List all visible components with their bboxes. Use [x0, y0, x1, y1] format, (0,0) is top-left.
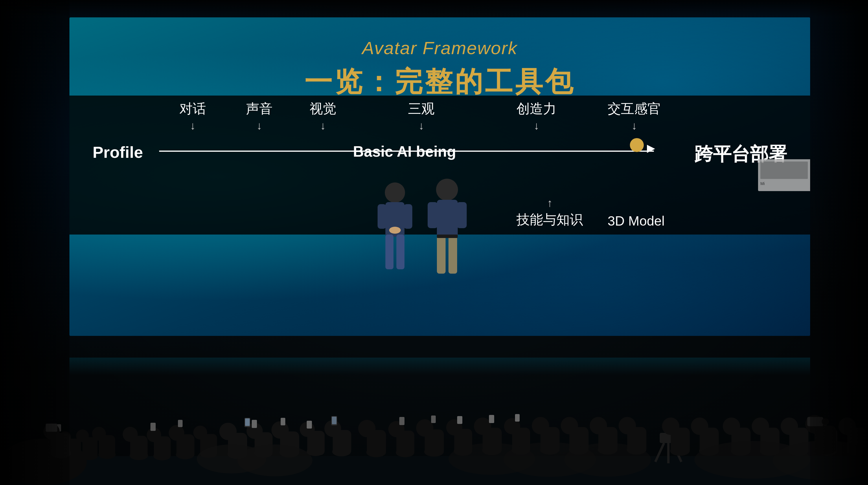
svg-rect-62 [252, 420, 257, 428]
svg-rect-12 [448, 236, 457, 274]
svg-rect-133 [332, 417, 337, 424]
svg-rect-3 [404, 204, 412, 229]
svg-point-79 [474, 418, 491, 435]
svg-rect-64 [307, 421, 312, 429]
slide-title-area: Avatar Framework 一览：完整的工具包 [69, 38, 810, 101]
corner-screen-text: Mi [761, 181, 808, 186]
svg-rect-100 [457, 416, 462, 424]
node-profile: Profile [93, 143, 143, 162]
svg-point-38 [193, 426, 207, 439]
svg-rect-138 [822, 419, 829, 425]
label-sanguan: 三观 ↓ [408, 100, 435, 131]
label-shijue: 视觉 ↓ [310, 100, 336, 131]
stage-speakers [373, 177, 483, 298]
svg-point-73 [416, 419, 433, 437]
flow-arrow-right [647, 145, 655, 153]
corner-screen: Mi [758, 159, 810, 191]
svg-point-29 [123, 427, 138, 442]
label-3dmodel-text: 3D Model [608, 213, 664, 229]
circle-marker [630, 138, 644, 152]
svg-point-35 [169, 425, 184, 441]
svg-rect-98 [399, 417, 404, 425]
svg-point-115 [723, 418, 740, 435]
svg-point-109 [662, 418, 679, 435]
svg-rect-9 [428, 202, 438, 228]
svg-point-91 [590, 417, 607, 434]
svg-point-25 [92, 427, 106, 441]
svg-point-55 [237, 445, 312, 476]
svg-point-88 [561, 417, 578, 434]
svg-rect-39 [151, 423, 156, 431]
label-shengyin-text: 声音 [246, 100, 273, 118]
svg-point-127 [838, 418, 856, 435]
arrow-up-jineng: ↑ [547, 198, 553, 208]
svg-rect-2 [378, 204, 386, 229]
svg-point-118 [752, 418, 769, 435]
svg-rect-5 [396, 234, 404, 269]
svg-rect-63 [281, 418, 285, 425]
svg-rect-4 [385, 234, 394, 269]
svg-rect-101 [489, 415, 494, 423]
svg-rect-11 [437, 236, 445, 274]
arrow-down-jiaohuganjue: ↓ [631, 120, 637, 131]
svg-rect-44 [46, 424, 57, 432]
label-shijue-text: 视觉 [310, 100, 336, 118]
svg-rect-137 [807, 417, 823, 426]
speaker-left-figure [378, 182, 412, 269]
svg-rect-99 [431, 416, 436, 423]
svg-point-121 [781, 418, 798, 435]
label-jiaohuganjue: 交互感官 ↓ [608, 100, 661, 131]
slide-title-english: Avatar Framework [69, 38, 810, 58]
arrow-down-chuangzaoli: ↓ [534, 120, 539, 131]
label-duihua-text: 对话 [179, 100, 206, 118]
svg-point-47 [219, 423, 237, 440]
svg-rect-131 [245, 419, 250, 426]
svg-rect-40 [178, 420, 183, 427]
label-duihua: 对话 ↓ [179, 100, 206, 131]
label-shengyin: 声音 ↓ [246, 100, 273, 131]
svg-point-97 [564, 443, 651, 477]
svg-point-6 [389, 227, 401, 234]
audience-middle-left [43, 420, 217, 460]
svg-point-22 [76, 429, 89, 442]
svg-rect-102 [515, 414, 520, 422]
arrow-down-sanguan: ↓ [418, 120, 424, 131]
svg-point-94 [619, 417, 636, 434]
svg-rect-8 [437, 200, 458, 237]
audience-silhouettes [0, 335, 868, 485]
svg-point-67 [358, 420, 376, 437]
top-dark-overlay [0, 0, 868, 18]
svg-point-53 [271, 421, 289, 439]
svg-point-85 [532, 417, 549, 434]
arrow-down-duihua: ↓ [190, 120, 195, 131]
label-chuangzaoli-text: 创造力 [517, 100, 556, 118]
label-3dmodel: 3D Model [608, 213, 664, 229]
svg-rect-13 [437, 234, 458, 238]
scene: Avatar Framework 一览：完整的工具包 对话 ↓ 声音 ↓ 视觉 … [0, 0, 868, 485]
slide-title-chinese: 一览：完整的工具包 [69, 63, 810, 101]
label-jiaohuganjue-text: 交互感官 [608, 100, 661, 118]
speaker-right-figure [428, 179, 467, 274]
svg-point-112 [691, 418, 708, 435]
label-chuangzaoli: 创造力 ↓ [517, 100, 556, 131]
node-basic-ai-being: Basic AI being [353, 143, 456, 160]
svg-rect-10 [457, 202, 467, 228]
svg-point-7 [436, 179, 458, 201]
arrow-down-shijue: ↓ [320, 120, 326, 131]
label-sanguan-text: 三观 [408, 100, 435, 118]
arrow-down-shengyin: ↓ [257, 120, 262, 131]
label-jineng-text: 技能与知识 [517, 211, 583, 229]
label-jineng: ↑ 技能与知识 [517, 198, 583, 229]
corner-screen-content [761, 162, 808, 179]
svg-point-0 [385, 182, 405, 203]
presentation-slide: Avatar Framework 一览：完整的工具包 对话 ↓ 声音 ↓ 视觉 … [69, 18, 810, 336]
